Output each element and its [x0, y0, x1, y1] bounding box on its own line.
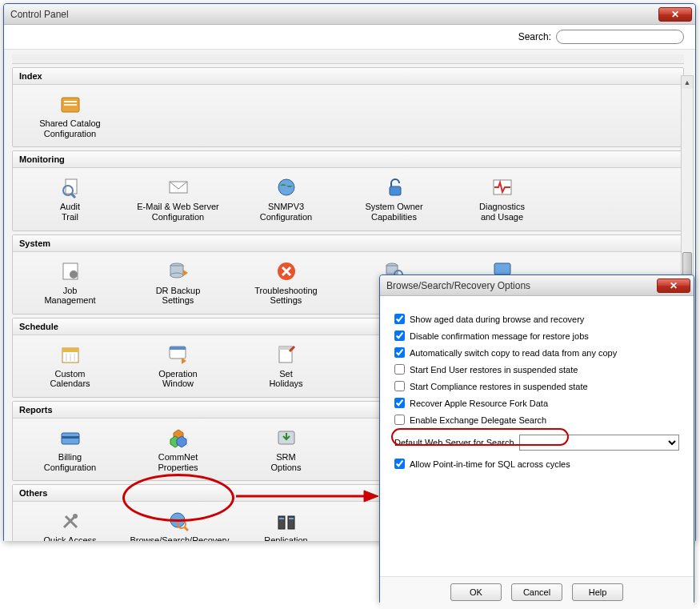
checkbox-auto-switch-copy[interactable]: [394, 347, 405, 358]
pulse-icon: [490, 174, 515, 200]
globe-icon: [274, 174, 299, 200]
tools-icon: [58, 508, 83, 534]
dialog-close-button[interactable]: ✕: [657, 278, 690, 293]
item-custom-calendars[interactable]: CustomCalendars: [16, 340, 124, 391]
item-dr-backup-settings[interactable]: DR BackupSettings: [124, 257, 232, 307]
option-disable-confirmation[interactable]: Disable confirmation message for restore…: [394, 331, 679, 341]
item-troubleshooting-settings[interactable]: TroubleshootingSettings: [232, 257, 340, 307]
item-label: System OwnerCapabilities: [365, 202, 422, 222]
option-auto-switch-copy[interactable]: Automatically switch copy to read data f…: [394, 347, 679, 358]
card-icon: [58, 425, 83, 451]
section-header-monitoring: Monitoring: [13, 151, 683, 168]
item-label: Quick AccessTools: [43, 535, 96, 541]
item-billing-configuration[interactable]: BillingConfiguration: [16, 423, 124, 474]
window-title: Control Panel: [10, 9, 658, 20]
item-job-management[interactable]: JobManagement: [16, 257, 124, 307]
item-label: TroubleshootingSettings: [254, 286, 317, 306]
section-header-index: Index: [13, 68, 683, 85]
item-label: SRMOptions: [271, 452, 302, 472]
checkbox-allow-point-in-time-sql[interactable]: [394, 459, 405, 469]
db-arrow-icon: [166, 258, 191, 284]
scroll-up-icon[interactable]: ▲: [682, 76, 693, 89]
titlebar[interactable]: Control Panel ✕: [4, 4, 695, 25]
dialog-title: Browse/Search/Recovery Options: [386, 280, 657, 291]
item-label: CommNetProperties: [158, 452, 198, 472]
section-monitoring: Monitoring AuditTrail E-Mail & Web Serve…: [12, 150, 684, 230]
section-header-system: System: [13, 235, 683, 252]
option-recover-apple-resource-fork[interactable]: Recover Apple Resource Fork Data: [394, 398, 679, 408]
web-server-select[interactable]: [519, 435, 679, 451]
checkbox-start-compliance-suspended[interactable]: [394, 381, 405, 391]
sheet-gear-icon: [58, 258, 83, 284]
item-label: JobManagement: [44, 286, 95, 306]
checkbox-recover-apple-resource-fork[interactable]: [394, 398, 405, 408]
folder-gear-icon: [58, 91, 83, 117]
item-quick-access-tools[interactable]: Quick AccessTools: [16, 507, 124, 541]
hex-cluster-icon: [166, 425, 191, 451]
item-email-web-server-config[interactable]: E-Mail & Web ServerConfiguration: [124, 173, 232, 223]
svg-rect-33: [170, 347, 186, 350]
item-label: DR BackupSettings: [156, 286, 201, 306]
button-label: Help: [589, 587, 607, 597]
item-diagnostics-usage[interactable]: Diagnosticsand Usage: [448, 173, 556, 223]
search-label: Search:: [518, 31, 551, 42]
web-server-label: Default Web Server for Search: [394, 438, 514, 447]
svg-rect-22: [494, 263, 510, 274]
option-label: Disable confirmation message for restore…: [410, 331, 589, 341]
item-label: SetHolidays: [269, 369, 302, 389]
option-show-aged-data[interactable]: Show aged data during browse and recover…: [394, 314, 679, 324]
svg-point-7: [278, 179, 294, 195]
item-audit-trail[interactable]: AuditTrail: [16, 173, 124, 223]
option-label: Automatically switch copy to read data f…: [410, 348, 617, 358]
item-browse-search-recovery[interactable]: Browse/Search/Recovery: [124, 507, 232, 541]
option-label: Recover Apple Resource Fork Data: [410, 399, 548, 408]
globe-magnifier-icon: [166, 508, 191, 534]
item-label: OperationWindow: [158, 369, 197, 389]
item-replication-settings[interactable]: ReplicationSettings: [232, 507, 340, 541]
item-shared-catalog-configuration[interactable]: Shared CatalogConfiguration: [16, 90, 124, 140]
option-label: Start Compliance restores in suspended s…: [410, 382, 588, 391]
section-index: Index Shared CatalogConfiguration: [12, 67, 684, 147]
servers-icon: [274, 508, 299, 534]
section-body-monitoring: AuditTrail E-Mail & Web ServerConfigurat…: [13, 168, 683, 230]
search-input[interactable]: [556, 30, 684, 44]
item-label: ReplicationSettings: [264, 535, 307, 541]
option-start-end-user-suspended[interactable]: Start End User restores in suspended sta…: [394, 364, 679, 375]
item-set-holidays[interactable]: SetHolidays: [232, 340, 340, 391]
option-enable-exchange-delegate[interactable]: Enable Exchange Delegate Search: [394, 415, 679, 425]
ok-button[interactable]: OK: [450, 583, 502, 601]
svg-point-11: [70, 270, 78, 278]
checkbox-start-end-user-suspended[interactable]: [394, 364, 405, 375]
option-start-compliance-suspended[interactable]: Start Compliance restores in suspended s…: [394, 381, 679, 391]
disk-arrow-icon: [274, 425, 299, 451]
help-button[interactable]: Help: [572, 583, 623, 601]
item-label: Browse/Search/Recovery: [130, 535, 226, 541]
checkbox-enable-exchange-delegate[interactable]: [394, 415, 405, 425]
svg-rect-51: [279, 518, 284, 519]
checkbox-disable-confirmation[interactable]: [394, 331, 405, 341]
item-srm-options[interactable]: SRMOptions: [232, 423, 340, 474]
option-label: Enable Exchange Delegate Search: [410, 415, 546, 425]
svg-rect-2: [64, 104, 77, 106]
item-operation-window[interactable]: OperationWindow: [124, 340, 232, 391]
button-label: Cancel: [523, 587, 550, 597]
option-label: Allow Point-in-time for SQL across cycle…: [410, 459, 570, 469]
option-allow-point-in-time-sql[interactable]: Allow Point-in-time for SQL across cycle…: [394, 459, 679, 469]
close-button[interactable]: ✕: [658, 7, 692, 22]
dialog-titlebar[interactable]: Browse/Search/Recovery Options ✕: [380, 275, 694, 296]
item-commnet-properties[interactable]: CommNetProperties: [124, 423, 232, 474]
magnifier-doc-icon: [58, 174, 83, 200]
browse-search-recovery-dialog: Browse/Search/Recovery Options ✕ Show ag…: [379, 274, 694, 603]
checkbox-show-aged-data[interactable]: [394, 314, 405, 324]
default-web-server-row: Default Web Server for Search: [394, 435, 679, 451]
cancel-button[interactable]: Cancel: [511, 583, 562, 601]
item-snmpv3-config[interactable]: SNMPV3Configuration: [232, 173, 340, 223]
item-label: CustomCalendars: [50, 369, 90, 389]
item-label: E-Mail & Web ServerConfiguration: [137, 202, 219, 222]
close-icon: ✕: [670, 280, 678, 291]
svg-rect-38: [62, 436, 79, 439]
screen-arrow-icon: [166, 342, 191, 367]
item-system-owner-capabilities[interactable]: System OwnerCapabilities: [340, 173, 448, 223]
dialog-button-row: OK Cancel Help: [380, 576, 694, 609]
svg-line-5: [71, 194, 75, 198]
